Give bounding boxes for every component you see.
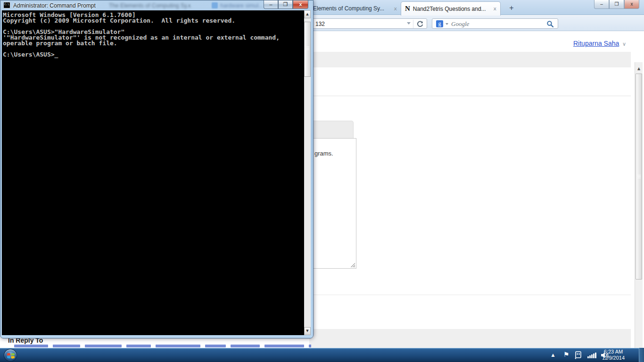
- console-output[interactable]: Microsoft Windows [Version 6.1.7600] Cop…: [2, 10, 304, 335]
- google-engine-icon[interactable]: g: [436, 20, 443, 27]
- section-footer-bar: [309, 329, 631, 348]
- clock[interactable]: 6:23 AM 11/9/2014: [595, 349, 632, 361]
- search-magnifier-icon[interactable]: [546, 20, 554, 28]
- date-text: 11/9/2014: [595, 355, 632, 361]
- url-text: 132: [315, 21, 325, 27]
- scrollbar-thumb[interactable]: [304, 22, 311, 77]
- reload-icon[interactable]: [416, 20, 424, 28]
- page-scrollbar[interactable]: ▲: [635, 62, 643, 362]
- tab-close-icon[interactable]: x: [394, 6, 397, 12]
- scroll-down-icon[interactable]: ▼: [304, 327, 311, 335]
- desktop: e Elements of Computing Sy... x N Nand2T…: [0, 0, 644, 362]
- textarea-text: grams.: [314, 150, 333, 157]
- close-button[interactable]: x: [624, 0, 639, 9]
- tab-label: Nand2Tetris Questions and...: [413, 6, 486, 12]
- scroll-up-icon[interactable]: ▲: [304, 10, 311, 18]
- tab-label: e Elements of Computing Sy...: [308, 5, 384, 12]
- start-button[interactable]: [4, 349, 17, 362]
- engine-dropdown-icon[interactable]: [446, 23, 448, 25]
- url-dropdown-icon[interactable]: [407, 22, 411, 25]
- window-controls: – ❐ x: [594, 0, 639, 9]
- ghost-tab-hardware: hardware simul...: [220, 2, 263, 9]
- console-line: operable program or batch file.: [3, 41, 304, 46]
- restore-button[interactable]: ❐: [278, 0, 293, 9]
- show-hidden-icons-button[interactable]: ▲: [548, 348, 558, 362]
- maximize-button[interactable]: ❐: [609, 0, 624, 9]
- time-text: 6:23 AM: [595, 349, 632, 355]
- minimize-button[interactable]: –: [264, 0, 278, 9]
- ghost-tab-favicon: [212, 2, 218, 8]
- search-placeholder: Google: [451, 20, 469, 28]
- ghost-tab-close: x: [188, 2, 191, 8]
- scroll-up-icon[interactable]: ▲: [635, 65, 643, 73]
- action-center-flag-icon[interactable]: ⚑: [561, 348, 571, 362]
- text-cursor: _: [55, 52, 58, 58]
- scrollbar-thumb[interactable]: [636, 74, 642, 280]
- console-scrollbar[interactable]: ▲ ▼: [304, 10, 311, 335]
- tab-elements-of-computing[interactable]: e Elements of Computing Sy... x: [305, 2, 400, 15]
- cmd-title-bar[interactable]: C:\ Administrator: Command Prompt The El…: [0, 0, 313, 10]
- command-prompt-window[interactable]: C:\ Administrator: Command Prompt The El…: [0, 0, 314, 338]
- ghost-tab-elements: The Elements of Computing Sy...: [109, 2, 191, 9]
- search-bar[interactable]: g Google: [432, 18, 558, 29]
- console-prompt-line: C:\Users\ASUS>_: [3, 52, 304, 58]
- chevron-down-icon[interactable]: ∨: [622, 41, 626, 47]
- tab-nand2tetris-active[interactable]: N Nand2Tetris Questions and... x: [401, 1, 501, 16]
- cmd-window-controls: – ❐ x: [264, 0, 308, 9]
- cmd-window-icon: C:\: [3, 2, 10, 8]
- close-button[interactable]: x: [293, 0, 308, 9]
- minimize-button[interactable]: –: [594, 0, 609, 9]
- resize-grip-icon[interactable]: [350, 262, 355, 267]
- console-line: Copyright (c) 2009 Microsoft Corporation…: [3, 18, 304, 24]
- show-desktop-button[interactable]: [639, 348, 644, 362]
- taskbar: [0, 348, 644, 362]
- new-tab-button[interactable]: +: [505, 3, 518, 13]
- partial-links-row: [14, 345, 311, 347]
- user-profile-link[interactable]: Rituparna Saha: [573, 40, 619, 47]
- power-plug-icon[interactable]: [574, 351, 583, 359]
- cmd-window-title: Administrator: Command Prompt: [13, 2, 96, 9]
- tab-close-icon[interactable]: x: [493, 6, 496, 12]
- nand2tetris-favicon: N: [405, 5, 410, 13]
